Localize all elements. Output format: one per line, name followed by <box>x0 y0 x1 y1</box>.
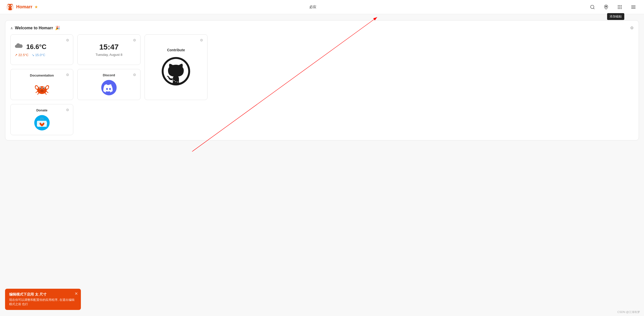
svg-rect-11 <box>8 8 12 10</box>
clock-date: Tuesday, August 8 <box>96 53 122 57</box>
donate-label: Donate <box>36 108 48 112</box>
svg-rect-16 <box>619 5 620 6</box>
svg-rect-19 <box>619 7 620 7</box>
svg-rect-20 <box>621 7 622 7</box>
documentation-icon <box>33 80 51 95</box>
footer-credit: CSDN @江湖有梦 <box>617 310 640 314</box>
menu-icon <box>631 5 636 10</box>
svg-point-9 <box>11 6 11 6</box>
svg-point-37 <box>39 87 41 89</box>
svg-point-38 <box>43 87 44 89</box>
svg-point-39 <box>40 90 44 92</box>
clock-widget[interactable]: ⚙ 15:47 Tuesday, August 8 <box>77 34 140 65</box>
doc-settings-button[interactable]: ⚙ <box>64 72 71 78</box>
add-tile-button[interactable] <box>615 3 624 12</box>
search-icon <box>590 5 595 10</box>
section-header: ∧ Welcome to Homarr 🎉 ⚙ <box>10 26 634 30</box>
homarr-logo-icon <box>6 3 14 11</box>
svg-rect-17 <box>621 5 622 6</box>
donate-settings-button[interactable]: ⚙ <box>64 107 71 113</box>
discord-widget[interactable]: ⚙ Discord <box>77 69 140 100</box>
toast-close-button[interactable]: ✕ <box>75 291 78 296</box>
app-header: Homarr ★ 必应 <box>0 0 644 14</box>
contribute-label: Contribute <box>167 48 185 52</box>
star-icon: ★ <box>34 5 38 9</box>
weather-settings-button[interactable]: ⚙ <box>64 37 71 43</box>
svg-point-14 <box>606 6 607 7</box>
ping-icon <box>604 5 609 10</box>
high-temp: 22.5°C <box>18 53 29 57</box>
discord-settings-button[interactable]: ⚙ <box>132 72 138 78</box>
svg-point-8 <box>9 6 10 6</box>
section-settings-button[interactable]: ⚙ <box>630 26 634 30</box>
welcome-section: ∧ Welcome to Homarr 🎉 ⚙ ⚙ 16.6°C <box>5 20 639 140</box>
collapse-button[interactable]: ∧ <box>10 26 13 30</box>
apps-icon <box>617 5 622 10</box>
header-left: Homarr ★ <box>6 3 38 11</box>
weather-temperature: 16.6°C <box>26 43 47 51</box>
ping-button[interactable] <box>602 3 611 12</box>
weather-top: 16.6°C <box>15 42 69 52</box>
cloud-icon <box>15 42 24 52</box>
weather-high: ↗ 22.5°C <box>15 53 29 57</box>
toast-body: 现在你可以调整和配置你的应用程序, 在退出编辑模式之前 也行 <box>9 298 77 306</box>
clock-time: 15:47 <box>99 43 119 51</box>
svg-rect-47 <box>37 121 47 123</box>
svg-rect-21 <box>618 8 619 9</box>
weather-range: ↗ 22.5°C ↘ 15.0°C <box>15 53 69 57</box>
donate-widget[interactable]: ⚙ Donate <box>10 104 73 135</box>
svg-point-10 <box>10 7 11 8</box>
svg-rect-23 <box>621 8 622 9</box>
contribute-widget[interactable]: ⚙ Contribute <box>145 34 208 100</box>
svg-rect-18 <box>618 7 619 7</box>
svg-line-13 <box>593 8 594 9</box>
widget-grid: ⚙ 16.6°C ↗ 22.5°C ↘ <box>10 34 208 135</box>
documentation-widget[interactable]: ⚙ Documentation <box>10 69 73 100</box>
clock-settings-button[interactable]: ⚙ <box>132 37 138 43</box>
documentation-label: Documentation <box>30 74 54 77</box>
discord-icon <box>101 80 117 96</box>
app-title: Homarr <box>16 4 32 10</box>
github-icon <box>161 56 191 86</box>
low-arrow: ↘ <box>32 53 34 57</box>
weather-cloud-icon <box>15 42 24 50</box>
menu-button[interactable] <box>629 3 638 12</box>
header-nav: 必应 <box>305 3 320 11</box>
svg-rect-15 <box>618 5 619 6</box>
add-tile-container: 添加磁贴 <box>615 3 624 12</box>
weather-low: ↘ 15.0°C <box>32 53 45 57</box>
search-button[interactable] <box>588 3 597 12</box>
svg-rect-22 <box>619 8 620 9</box>
weather-widget[interactable]: ⚙ 16.6°C ↗ 22.5°C ↘ <box>10 34 73 65</box>
section-header-left: ∧ Welcome to Homarr 🎉 <box>10 26 60 30</box>
contribute-settings-button[interactable]: ⚙ <box>199 37 205 43</box>
main-content: ∧ Welcome to Homarr 🎉 ⚙ ⚙ 16.6°C <box>0 14 644 152</box>
header-right: 添加磁贴 <box>588 3 638 12</box>
nav-biying[interactable]: 必应 <box>305 3 320 11</box>
edit-mode-toast: ✕ 编辑模式下启用 太 尺寸 现在你可以调整和配置你的应用程序, 在退出编辑模式… <box>5 289 81 310</box>
section-title: Welcome to Homarr <box>15 26 53 30</box>
discord-label: Discord <box>103 73 115 77</box>
low-temp: 15.0°C <box>35 53 45 57</box>
party-icon: 🎉 <box>55 26 60 30</box>
donate-icon <box>34 115 50 131</box>
high-arrow: ↗ <box>15 53 17 57</box>
toast-title: 编辑模式下启用 太 尺寸 <box>9 292 77 297</box>
